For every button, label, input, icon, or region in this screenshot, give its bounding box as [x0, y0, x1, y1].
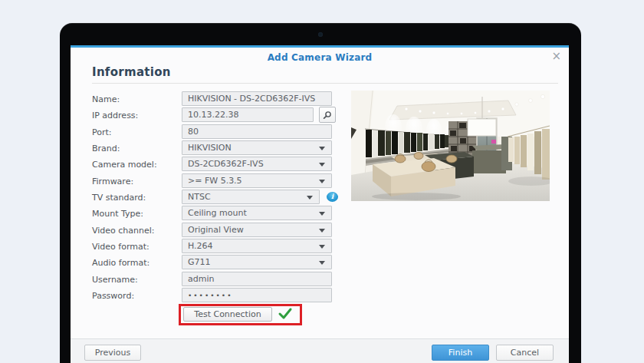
- info-icon[interactable]: i: [327, 192, 338, 202]
- dialog-accent-bar: [71, 45, 569, 48]
- search-button[interactable]: [319, 107, 336, 123]
- webcam-icon: [318, 32, 323, 37]
- tv-standard-select[interactable]: NTSC: [182, 190, 320, 204]
- form-row-mount-type: Mount Type: Ceiling mount: [71, 206, 569, 221]
- video-channel-label: Video channel:: [92, 226, 155, 236]
- video-channel-select[interactable]: Original View: [182, 223, 332, 237]
- username-input[interactable]: admin: [182, 272, 332, 286]
- finish-button[interactable]: Finish: [432, 345, 489, 361]
- chevron-down-icon: [319, 163, 325, 167]
- video-format-select[interactable]: H.264: [182, 239, 332, 253]
- form-row-password: Password: ••••••••: [71, 288, 569, 303]
- search-icon: [323, 111, 332, 120]
- desktop-background: Add Camera Wizard × Information Name: HI…: [0, 0, 644, 363]
- camera-preview-image: [351, 91, 550, 201]
- firmware-select[interactable]: >= FW 5.3.5: [182, 173, 332, 188]
- mount-type-label: Mount Type:: [92, 209, 143, 219]
- password-label: Password:: [92, 291, 134, 301]
- dialog-title: Add Camera Wizard: [71, 52, 569, 63]
- form-row-video-channel: Video channel: Original View: [71, 223, 569, 238]
- chevron-down-icon: [319, 212, 325, 216]
- cancel-button[interactable]: Cancel: [496, 345, 554, 361]
- chevron-down-icon: [319, 147, 325, 150]
- tv-standard-label: TV standard:: [92, 193, 146, 203]
- ip-input[interactable]: 10.13.22.38: [182, 107, 314, 122]
- brand-label: Brand:: [92, 144, 120, 153]
- heading-divider: [92, 83, 558, 84]
- form-row-video-format: Video format: H.264: [71, 239, 569, 254]
- brand-select[interactable]: HIKVISION: [182, 140, 332, 155]
- chevron-down-icon: [319, 245, 325, 249]
- laptop-frame: Add Camera Wizard × Information Name: HI…: [60, 23, 581, 363]
- screen: Add Camera Wizard × Information Name: HI…: [71, 45, 569, 363]
- port-input[interactable]: 80: [182, 124, 332, 139]
- camera-model-label: Camera model:: [92, 160, 157, 170]
- name-label: Name:: [92, 94, 120, 104]
- chevron-down-icon: [319, 261, 325, 265]
- audio-format-select[interactable]: G711: [182, 255, 332, 269]
- port-label: Port:: [92, 127, 112, 137]
- page-title: Information: [92, 65, 171, 79]
- form-row-username: Username: admin: [71, 272, 569, 287]
- camera-model-select[interactable]: DS-2CD6362F-IVS: [182, 157, 332, 171]
- success-check-icon: [278, 307, 293, 321]
- previous-button[interactable]: Previous: [84, 345, 141, 361]
- username-label: Username:: [92, 275, 138, 285]
- close-icon[interactable]: ×: [551, 50, 561, 62]
- test-connection-button[interactable]: Test Connection: [183, 307, 272, 322]
- name-input[interactable]: HIKVISION - DS-2CD6362F-IVS: [182, 91, 332, 106]
- chevron-down-icon: [307, 196, 313, 200]
- dialog-footer: Previous Finish Cancel: [71, 338, 569, 363]
- chevron-down-icon: [319, 229, 325, 233]
- mount-type-select[interactable]: Ceiling mount: [182, 206, 332, 220]
- audio-format-label: Audio format:: [92, 258, 150, 268]
- chevron-down-icon: [319, 180, 325, 183]
- firmware-label: Firmware:: [92, 177, 133, 186]
- ip-label: IP address:: [92, 111, 138, 120]
- video-format-label: Video format:: [92, 242, 150, 252]
- password-input[interactable]: ••••••••: [182, 288, 332, 302]
- form-row-audio-format: Audio format: G711: [71, 255, 569, 270]
